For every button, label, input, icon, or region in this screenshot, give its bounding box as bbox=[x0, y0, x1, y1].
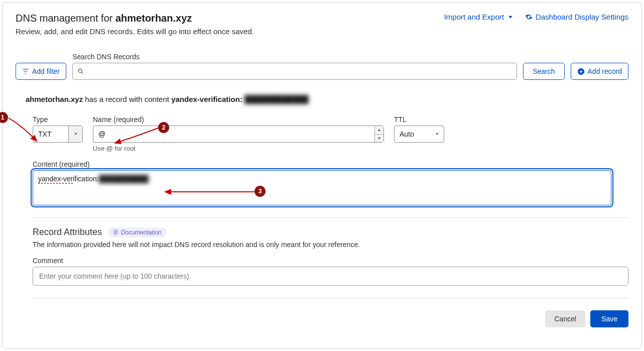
svg-point-0 bbox=[79, 69, 82, 72]
spinner-down-icon[interactable]: ▼ bbox=[374, 135, 383, 143]
comment-input[interactable] bbox=[33, 267, 628, 286]
search-icon bbox=[77, 68, 84, 75]
type-dropdown-toggle[interactable] bbox=[68, 126, 82, 142]
attributes-title: Record Attributes bbox=[33, 227, 102, 238]
comment-field: Comment bbox=[33, 257, 628, 286]
documentation-label: Documentation bbox=[121, 229, 162, 236]
name-label: Name (required) bbox=[93, 115, 384, 124]
record-attributes-section: Record Attributes Documentation The info… bbox=[33, 227, 628, 286]
attributes-header: Record Attributes Documentation bbox=[33, 227, 628, 238]
section-divider bbox=[33, 298, 628, 298]
add-record-button[interactable]: Add record bbox=[571, 63, 628, 80]
page-subtitle: Review, add, and edit DNS records. Edits… bbox=[16, 27, 254, 36]
add-record-label: Add record bbox=[588, 67, 622, 75]
header-actions: Import and Export Dashboard Display Sett… bbox=[444, 13, 628, 21]
annotation-marker-3: 3 bbox=[254, 186, 266, 197]
display-settings-link[interactable]: Dashboard Display Settings bbox=[525, 13, 628, 21]
type-field: Type TXT bbox=[33, 115, 83, 152]
cancel-button[interactable]: Cancel bbox=[545, 310, 585, 327]
dns-panel: DNS management for ahmetorhan.xyz Review… bbox=[2, 2, 642, 348]
annotation-marker-1: 1 bbox=[0, 112, 8, 123]
import-export-link[interactable]: Import and Export bbox=[444, 13, 514, 21]
name-input-wrap: ▲ ▼ bbox=[93, 126, 384, 143]
content-textarea[interactable]: yandex-verification: ██████████ bbox=[33, 170, 611, 205]
caret-down-icon bbox=[73, 132, 78, 137]
record-form-row: Type TXT Name (required) ▲ ▼ Use @ for r… bbox=[33, 115, 628, 152]
caret-down-icon bbox=[435, 132, 440, 137]
footer-actions: Cancel Save bbox=[16, 310, 628, 327]
caret-down-icon bbox=[507, 14, 514, 21]
status-mid: has a record with content bbox=[83, 95, 171, 103]
search-label: Search DNS Records bbox=[72, 53, 517, 61]
type-select[interactable]: TXT bbox=[33, 126, 83, 143]
section-divider bbox=[33, 217, 628, 218]
ttl-value: Auto bbox=[400, 130, 414, 138]
filter-toolbar: Add filter Search DNS Records Search Add… bbox=[16, 53, 628, 80]
search-group: Search DNS Records bbox=[72, 53, 517, 80]
name-spinner[interactable]: ▲ ▼ bbox=[374, 126, 383, 142]
comment-label: Comment bbox=[33, 257, 628, 265]
plus-circle-icon bbox=[577, 68, 585, 75]
search-input[interactable] bbox=[72, 63, 517, 80]
content-masked-value: ██████████ bbox=[99, 175, 149, 183]
name-input[interactable] bbox=[93, 126, 384, 143]
gear-icon bbox=[525, 13, 533, 21]
add-filter-label: Add filter bbox=[32, 67, 60, 75]
cancel-label: Cancel bbox=[554, 315, 576, 323]
title-prefix: DNS management for bbox=[16, 13, 115, 24]
record-status-line: ahmetorhan.xyz has a record with content… bbox=[26, 95, 628, 103]
title-domain: ahmetorhan.xyz bbox=[115, 13, 192, 24]
content-field: Content (required) yandex-verification: … bbox=[33, 160, 628, 205]
search-button-label: Search bbox=[533, 67, 555, 75]
panel-header: DNS management for ahmetorhan.xyz Review… bbox=[16, 13, 628, 36]
annotation-marker-2: 2 bbox=[158, 122, 169, 133]
filter-icon bbox=[22, 68, 29, 75]
attributes-description: The information provided here will not i… bbox=[33, 241, 628, 249]
ttl-label: TTL bbox=[394, 115, 444, 124]
import-export-label: Import and Export bbox=[444, 13, 504, 21]
name-field: Name (required) ▲ ▼ Use @ for root bbox=[93, 115, 384, 152]
ttl-field: TTL Auto bbox=[394, 115, 444, 152]
content-prefix: yandex-verification: bbox=[38, 175, 99, 183]
search-button[interactable]: Search bbox=[523, 63, 564, 80]
content-label: Content (required) bbox=[33, 160, 628, 168]
spinner-up-icon[interactable]: ▲ bbox=[374, 126, 383, 135]
document-icon bbox=[113, 229, 118, 235]
documentation-link[interactable]: Documentation bbox=[108, 227, 167, 238]
type-value: TXT bbox=[33, 126, 68, 142]
status-domain: ahmetorhan.xyz bbox=[26, 95, 83, 103]
page-title: DNS management for ahmetorhan.xyz bbox=[16, 13, 254, 24]
search-input-wrap bbox=[72, 63, 517, 80]
save-label: Save bbox=[601, 315, 617, 323]
status-content-label: yandex-verification: bbox=[171, 95, 242, 103]
save-button[interactable]: Save bbox=[590, 310, 628, 327]
add-filter-button[interactable]: Add filter bbox=[16, 63, 66, 80]
status-masked-value: ████████████ bbox=[244, 95, 309, 103]
type-label: Type bbox=[33, 115, 83, 124]
display-settings-label: Dashboard Display Settings bbox=[536, 13, 628, 21]
header-text-block: DNS management for ahmetorhan.xyz Review… bbox=[16, 13, 254, 36]
name-helper: Use @ for root bbox=[93, 145, 384, 152]
ttl-select[interactable]: Auto bbox=[394, 126, 444, 143]
